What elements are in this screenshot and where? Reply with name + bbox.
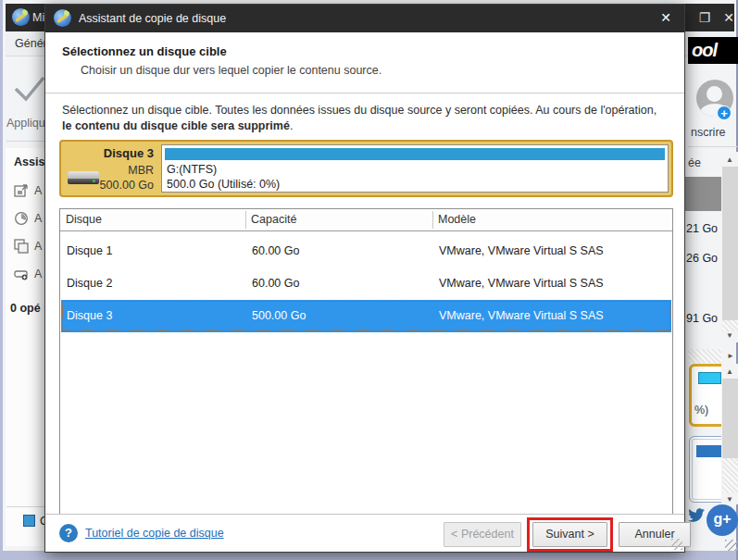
diskmap-partition-bar xyxy=(696,445,721,457)
scrollbar-thumb[interactable] xyxy=(722,379,738,458)
diskmap-partition-bar xyxy=(698,372,721,384)
main-close-button[interactable]: ✕ xyxy=(719,10,738,25)
diskmap-used-fragment: %) xyxy=(694,404,708,417)
scroll-right-icon[interactable]: ► xyxy=(727,352,734,360)
scrollbar-thumb[interactable] xyxy=(722,167,738,320)
disk-label-section: Disque 3 MBR 500.00 Go xyxy=(61,142,161,195)
partition-block: G:(NTFS) 500.0 Go (Utilisé: 0%) xyxy=(161,144,669,193)
dialog-titlebar[interactable]: Assistant de copie de disque ✕ xyxy=(45,5,684,32)
dialog-header: Sélectionnez un disque cible Choisir un … xyxy=(45,32,684,93)
menu-general[interactable]: Génér xyxy=(15,37,47,50)
main-window-title: Mi xyxy=(32,11,44,24)
sidebar-item-label: A xyxy=(34,268,42,280)
target-disk-preview: Disque 3 MBR 500.00 Go G:(NTFS) 500.0 Go… xyxy=(59,140,673,197)
col-capacite[interactable]: Capacité xyxy=(251,213,296,226)
table-header: Disque Capacité Modèle xyxy=(60,209,672,231)
dialog-title: Assistant de copie de disque xyxy=(79,12,226,25)
scroll-up-icon[interactable]: ▲ xyxy=(726,367,733,376)
col-disque[interactable]: Disque xyxy=(66,213,102,226)
app-logo-icon xyxy=(12,8,30,26)
scroll-up-icon[interactable]: ▲ xyxy=(726,156,733,164)
clock-pie-icon xyxy=(14,211,29,226)
disk-name: Disque 3 xyxy=(104,146,154,160)
disk-capacity: 500.00 Go xyxy=(100,179,154,192)
add-account-badge-icon[interactable]: + xyxy=(717,106,732,120)
disk-copy-wizard-dialog: Assistant de copie de disque ✕ Sélection… xyxy=(44,4,685,553)
legend-color-swatch xyxy=(23,515,35,527)
minitool-logo: ool xyxy=(688,37,738,64)
table-row[interactable]: Disque 2 60.00 Go VMware, VMware Virtual… xyxy=(61,268,671,300)
disk-scheme: MBR xyxy=(128,164,154,177)
size-fragment: 21 Go xyxy=(686,222,718,235)
sidebar-item-label: A xyxy=(34,240,42,253)
size-fragment: 26 Go xyxy=(686,252,718,265)
sidebar-heading: Assis xyxy=(14,156,44,168)
next-button[interactable]: Suivant > xyxy=(532,522,607,547)
apply-check-icon[interactable] xyxy=(12,74,47,104)
previous-button[interactable]: < Précédent xyxy=(444,522,521,547)
sidebar-item-wizard2[interactable]: A xyxy=(14,211,42,226)
step-title: Sélectionnez un disque cible xyxy=(62,44,227,58)
partition-detail: 500.0 Go (Utilisé: 0%) xyxy=(167,178,280,191)
help-icon[interactable]: ? xyxy=(59,524,78,542)
maximize-button[interactable]: ❐ xyxy=(694,10,715,25)
tutorial-link[interactable]: Tutoriel de copie de disque xyxy=(85,527,224,540)
sidebar-item-label: A xyxy=(34,212,42,225)
register-link[interactable]: nscrire xyxy=(691,126,726,139)
copy-disk-icon xyxy=(14,267,29,281)
table-row-selected[interactable]: Disque 3 500.00 Go VMware, VMware Virtua… xyxy=(61,300,671,332)
col-modele[interactable]: Modèle xyxy=(438,213,476,226)
scroll-down-icon[interactable]: ▼ xyxy=(726,495,733,504)
migrate-os-icon xyxy=(14,183,29,198)
partition-usage-bar xyxy=(165,148,665,160)
size-fragment: 91 Go xyxy=(686,312,718,325)
horizontal-scrollbar[interactable] xyxy=(688,349,721,363)
dialog-close-button[interactable]: ✕ xyxy=(657,10,675,25)
sidebar-item-copy-disk[interactable]: A xyxy=(14,267,42,281)
dialog-footer: ? Tutoriel de copie de disque < Précéden… xyxy=(45,514,684,552)
hard-disk-icon xyxy=(68,171,99,184)
description-text: Sélectionnez un disque cible. Toutes les… xyxy=(62,103,669,134)
step-subtitle: Choisir un disque dur vers lequel copier… xyxy=(81,64,382,77)
description-warning: le contenu du disque cible sera supprimé xyxy=(62,119,290,132)
wizard-icon xyxy=(54,9,71,27)
scroll-down-icon[interactable]: ▼ xyxy=(726,331,733,340)
sidebar-item-label: A xyxy=(34,184,42,197)
copy-partition-icon xyxy=(14,239,29,254)
sidebar-item-migrate[interactable]: A xyxy=(14,183,42,198)
column-header-fragment: ée xyxy=(688,156,701,169)
google-plus-icon[interactable]: g+ xyxy=(707,504,738,536)
screen: Mi ❐ ✕ Génér ool Appliqu Assis A A A xyxy=(0,0,738,560)
sidebar-item-copy-partition[interactable]: A xyxy=(14,239,42,254)
dialog-resize-grip[interactable] xyxy=(671,539,682,550)
table-row[interactable]: Disque 1 60.00 Go VMware, VMware Virtual… xyxy=(61,235,671,268)
apply-button-label[interactable]: Appliqu xyxy=(6,117,45,130)
disk-table: Disque Capacité Modèle Disque 1 60.00 Go… xyxy=(59,208,673,515)
pending-operations-label: 0 opé xyxy=(10,302,41,315)
sidebar-panel xyxy=(6,148,47,546)
partition-label: G:(NTFS) xyxy=(167,163,217,176)
